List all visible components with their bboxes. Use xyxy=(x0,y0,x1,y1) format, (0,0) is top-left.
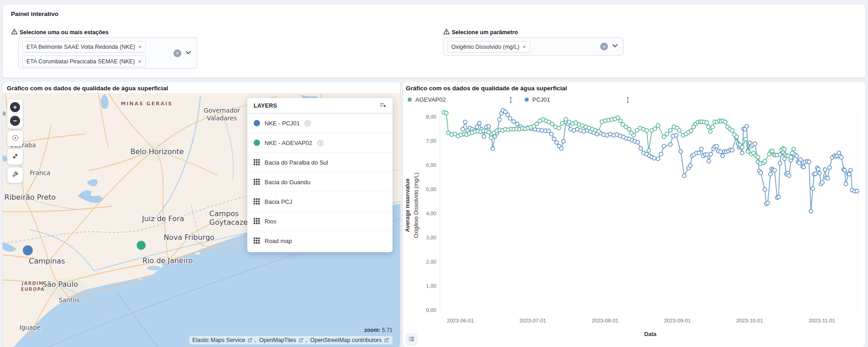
fit-bounds-button[interactable] xyxy=(7,149,23,165)
external-link-icon xyxy=(297,337,304,343)
selected-option-pill: ETA Belmonte SAAE Volta Redonda (NKE)× xyxy=(22,41,146,52)
station-marker-pcj01[interactable] xyxy=(23,245,33,255)
remove-pill-button[interactable]: × xyxy=(522,44,526,50)
selected-option-pill: Oxigênio Dissolvido (mg/L)× xyxy=(447,41,530,52)
layer-label: Bacia do Guandu xyxy=(265,179,310,186)
stations-filter-label: Selecione uma ou mais estações xyxy=(11,28,108,36)
layer-item[interactable]: NKE - PCJ01 xyxy=(247,114,393,133)
layer-item[interactable]: Rios xyxy=(247,212,393,231)
grid-icon xyxy=(254,179,260,185)
war​ning-icon xyxy=(11,28,18,36)
list-icon xyxy=(408,336,415,344)
interactive-controls-panel: Painel interativo Selecione uma ou mais … xyxy=(3,5,865,78)
collapse-layers-icon[interactable] xyxy=(379,102,386,110)
tooltip-icon xyxy=(317,140,324,146)
tooltip-icon xyxy=(304,120,311,127)
map-attribution: Elastic Maps Service, OpenMapTiles, Open… xyxy=(189,336,393,344)
layer-dot-icon xyxy=(254,120,260,126)
map-label: EUROPA xyxy=(21,287,45,292)
map-label: Uberlândia xyxy=(3,109,6,117)
layer-label: Bacia do Paralba do Sul xyxy=(265,159,328,166)
map-zoom-indicator: zoom: 5.71 xyxy=(364,327,393,333)
zoom-out-button[interactable]: − xyxy=(10,116,20,126)
layer-label: Road map xyxy=(265,238,292,244)
chevron-down-icon[interactable] xyxy=(184,48,192,58)
zoom-in-button[interactable]: + xyxy=(10,102,20,112)
map-label: Campos xyxy=(209,209,239,218)
line-chart xyxy=(403,82,865,347)
clear-parameter-button[interactable]: × xyxy=(600,43,608,51)
warning-icon xyxy=(443,28,450,36)
map-panel-title: Gráfico com os dados de qualidade de águ… xyxy=(7,85,168,92)
crosshair-icon xyxy=(11,134,19,144)
layer-item[interactable]: Bacia PCJ xyxy=(247,192,393,212)
map-label: Campinas xyxy=(29,257,65,265)
stations-combobox[interactable]: ETA Belmonte SAAE Volta Redonda (NKE)×ET… xyxy=(18,37,197,69)
map-label: Juiz de Fora xyxy=(142,214,184,223)
remove-pill-button[interactable]: × xyxy=(138,44,142,50)
layer-item[interactable]: NKE - AGEVAP02 xyxy=(247,133,393,153)
layer-item[interactable]: Bacia do Paralba do Sul xyxy=(247,153,393,172)
map-label: Belo Horizonte xyxy=(130,147,184,156)
map-label: Governador xyxy=(204,107,240,114)
wrench-icon xyxy=(12,171,19,180)
remove-pill-button[interactable]: × xyxy=(138,58,142,64)
dashboard: Painel interativo Selecione uma ou mais … xyxy=(0,0,868,347)
tools-button[interactable] xyxy=(7,167,23,183)
panel-title: Painel interativo xyxy=(11,10,58,17)
legend-toggle-button[interactable] xyxy=(405,333,418,346)
chevron-down-icon[interactable] xyxy=(611,42,619,52)
layer-item[interactable]: Road map xyxy=(247,231,393,251)
clear-stations-button[interactable]: × xyxy=(174,49,181,57)
grid-icon xyxy=(254,159,260,166)
selected-option-pill: ETA Corumbataí Piracicaba SEMAE (NKE)× xyxy=(22,56,146,67)
chart-panel: Gráfico com os dados de qualidade de águ… xyxy=(403,82,865,347)
external-link-icon xyxy=(246,337,253,343)
map-canvas[interactable]: MINAS GERAISGovernadorValadaresUberlândi… xyxy=(3,93,400,347)
layers-popover: LAYERS NKE - PCJ01NKE - AGEVAP02Bacia do… xyxy=(247,98,393,252)
locate-button[interactable] xyxy=(7,131,23,146)
attribution-link[interactable]: OpenStreetMap contributors xyxy=(310,337,382,343)
station-marker-agevap02[interactable] xyxy=(137,241,146,250)
map-label: Goytacazes xyxy=(209,218,252,227)
map-label: Nova Friburgo xyxy=(163,233,214,242)
layer-label: NKE - AGEVAP02 xyxy=(265,140,312,146)
layer-label: NKE - PCJ01 xyxy=(265,120,300,127)
layer-label: Bacia PCJ xyxy=(265,198,292,205)
attribution-link[interactable]: OpenMapTiles xyxy=(259,337,296,343)
map-panel: Gráfico com os dados de qualidade de águ… xyxy=(3,82,400,347)
layer-item[interactable]: Bacia do Guandu xyxy=(247,172,393,192)
external-link-icon xyxy=(383,337,390,343)
map-label: Rio de Janeiro xyxy=(143,256,193,265)
grid-icon xyxy=(254,198,260,205)
attribution-link[interactable]: Elastic Maps Service xyxy=(192,337,245,343)
grid-icon xyxy=(254,238,260,244)
map-zoom-controls: + − xyxy=(7,99,23,129)
layer-label: Rios xyxy=(265,218,276,225)
map-label: Santos xyxy=(59,296,80,304)
grid-icon xyxy=(254,218,260,224)
expand-arrow-icon xyxy=(12,153,19,161)
map-label: Ribeirão Preto xyxy=(5,193,56,202)
parameter-filter-label: Selecione um parâmetro xyxy=(443,28,518,36)
map-label: MINAS GERAIS xyxy=(121,101,173,107)
layer-dot-icon xyxy=(254,140,260,146)
map-label: São Paulo xyxy=(42,280,78,289)
parameter-combobox[interactable]: Oxigênio Dissolvido (mg/L)× × xyxy=(443,37,624,56)
map-label: JARDIM xyxy=(22,281,44,286)
map-label: Valadares xyxy=(207,114,237,122)
layers-header: LAYERS xyxy=(254,103,277,109)
map-label: Iguape xyxy=(20,324,41,331)
map-label: Franca xyxy=(30,169,51,176)
